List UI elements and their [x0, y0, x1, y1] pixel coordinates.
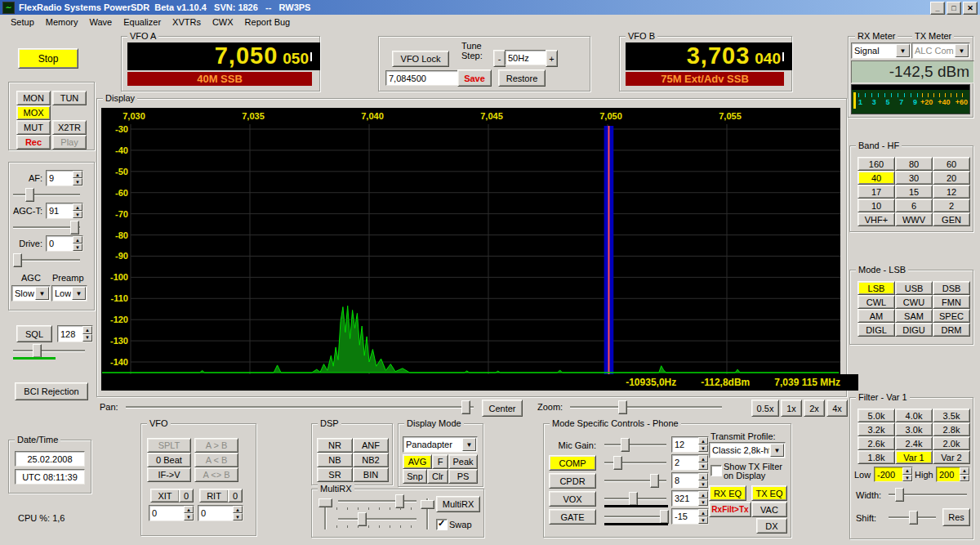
mon-button[interactable]: MON [16, 91, 51, 105]
agc-t-slider[interactable] [11, 220, 82, 235]
filter-2k-button[interactable]: 2.0k [933, 436, 970, 450]
rit-button[interactable]: RIT [199, 489, 229, 503]
gate-button[interactable]: GATE [549, 509, 596, 525]
mic-gain-spinner[interactable]: 12▲▼ [671, 436, 709, 453]
band-15-button[interactable]: 15 [895, 185, 933, 199]
rxfilt-to-tx-button[interactable]: RxFilt>Tx [709, 502, 751, 517]
mode-digu-button[interactable]: DIGU [895, 323, 933, 337]
mut-button[interactable]: MUT [16, 120, 51, 135]
ps-button[interactable]: PS [448, 469, 478, 484]
vox-spinner[interactable]: 321▲▼ [671, 490, 709, 507]
swap-checkbox[interactable] [436, 519, 448, 530]
af-spinner[interactable]: 9▲▼ [46, 170, 83, 186]
cpdr-slider[interactable] [603, 473, 668, 488]
center-button[interactable]: Center [482, 400, 523, 417]
split-button[interactable]: SPLT [147, 438, 191, 453]
band-6-button[interactable]: 6 [895, 199, 933, 212]
menu-memory[interactable]: Memory [40, 16, 84, 28]
close-icon[interactable]: ✕ [963, 2, 978, 15]
rit-clear-button[interactable]: 0 [228, 489, 243, 503]
x2tr-button[interactable]: X2TR [52, 120, 87, 135]
filter-1-8k-button[interactable]: 1.8k [858, 450, 895, 464]
rec-button[interactable]: Rec [16, 135, 51, 150]
preamp-select[interactable]: Low▼ [51, 285, 87, 302]
menu-cwx[interactable]: CWX [207, 16, 239, 28]
band-30-button[interactable]: 30 [895, 171, 933, 185]
mode-cwl-button[interactable]: CWL [858, 295, 895, 309]
vac-button[interactable]: VAC [751, 502, 787, 517]
band-gen-button[interactable]: GEN [933, 212, 970, 226]
nr-button[interactable]: NR [317, 438, 353, 453]
zoom-1x-button[interactable]: 1x [781, 400, 802, 417]
nb2-button[interactable]: NB2 [353, 453, 389, 467]
a-to-b-button[interactable]: A > B [194, 438, 238, 453]
zero-beat-button[interactable]: 0 Beat [147, 453, 191, 467]
filter-shift-slider[interactable] [887, 510, 938, 525]
band-12-button[interactable]: 12 [933, 185, 970, 199]
band-40-button[interactable]: 40 [858, 171, 895, 185]
mode-cwu-button[interactable]: CWU [895, 295, 933, 309]
filter-4k-button[interactable]: 4.0k [895, 409, 933, 422]
b-to-a-button[interactable]: A < B [194, 453, 238, 467]
pan-slider[interactable] [124, 400, 475, 414]
cpdr-button[interactable]: CPDR [549, 473, 596, 489]
peak-button[interactable]: Peak [448, 454, 478, 469]
mox-button[interactable]: MOX [16, 105, 51, 120]
mode-spec-button[interactable]: SPEC [933, 309, 970, 323]
agc-t-spinner[interactable]: 91▲▼ [46, 203, 83, 219]
minimize-icon[interactable]: _ [930, 2, 945, 15]
stop-button[interactable]: Stop [18, 48, 78, 69]
mode-dsb-button[interactable]: DSB [933, 281, 970, 295]
multirx-gain-slider[interactable] [336, 511, 418, 526]
rx-eq-button[interactable]: RX EQ [709, 485, 746, 501]
multirx-pan-sub-slider[interactable] [336, 494, 418, 508]
band-20-button[interactable]: 20 [933, 171, 970, 185]
zoom-2x-button[interactable]: 2x [804, 400, 825, 417]
filter-width-slider[interactable] [887, 487, 969, 502]
avg-button[interactable]: AVG [403, 454, 432, 469]
band-wwv-button[interactable]: WWV [895, 212, 933, 226]
multirx-sub-level-slider[interactable] [420, 497, 434, 531]
vox-button[interactable]: VOX [549, 491, 596, 507]
band-60-button[interactable]: 60 [933, 157, 970, 171]
multirx-pan-main-slider[interactable] [318, 497, 332, 531]
zoom-0-5x-button[interactable]: 0.5x [751, 400, 779, 417]
menu-wave[interactable]: Wave [83, 16, 118, 28]
filter-2-6k-button[interactable]: 2.6k [858, 436, 895, 450]
display-mode-select[interactable]: Panadapter▼ [403, 436, 478, 453]
filter-2-8k-button[interactable]: 2.8k [933, 422, 970, 436]
menu-setup[interactable]: Setup [5, 16, 40, 28]
filter-low-spinner[interactable]: -200▲▼ [874, 467, 913, 482]
show-tx-filter-checkbox[interactable] [710, 465, 722, 476]
comp-spinner[interactable]: 2▲▼ [671, 454, 709, 471]
mode-usb-button[interactable]: USB [895, 281, 933, 295]
transmit-profile-select[interactable]: Classic 2,8k-hf▼ [709, 442, 786, 458]
tx-eq-button[interactable]: TX EQ [751, 485, 787, 501]
xit-clear-button[interactable]: 0 [179, 489, 194, 503]
comp-slider[interactable] [603, 455, 668, 470]
mode-am-button[interactable]: AM [858, 309, 895, 323]
drive-slider[interactable] [11, 252, 82, 267]
dx-button[interactable]: DX [756, 518, 787, 534]
if-to-vfo-button[interactable]: IF->V [147, 467, 191, 482]
filter-3-5k-button[interactable]: 3.5k [933, 409, 970, 422]
gate-spinner[interactable]: -15▲▼ [671, 508, 709, 525]
menu-report-bug[interactable]: Report Bug [239, 16, 296, 28]
xit-spinner[interactable]: 0▲▼ [149, 505, 194, 521]
a-swap-b-button[interactable]: A <> B [194, 467, 238, 482]
zoom-slider[interactable] [568, 400, 724, 414]
drive-spinner[interactable]: 0▲▼ [46, 235, 83, 252]
filter-2-4k-button[interactable]: 2.4k [895, 436, 933, 450]
mode-sam-button[interactable]: SAM [895, 309, 933, 323]
gate-slider[interactable] [603, 509, 668, 524]
rx-meter-select[interactable]: Signal▼ [851, 42, 911, 59]
filter-var2-button[interactable]: Var 2 [933, 450, 970, 464]
menu-equalizer[interactable]: Equalizer [118, 16, 167, 28]
rit-spinner[interactable]: 0▲▼ [198, 505, 243, 521]
filter-var1-button[interactable]: Var 1 [895, 450, 933, 464]
maximize-icon[interactable]: □ [947, 2, 961, 15]
sql-spinner[interactable]: 128▲▼ [57, 325, 93, 342]
memory-frequency-input[interactable]: 7,084500 [385, 70, 458, 86]
vox-slider[interactable] [603, 491, 668, 506]
comp-button[interactable]: COMP [549, 455, 596, 471]
